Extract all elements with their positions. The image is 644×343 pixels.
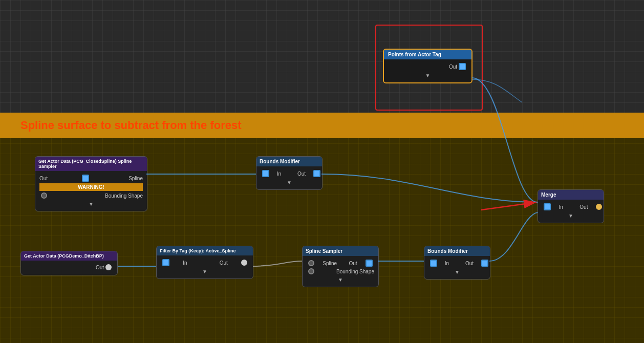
bounds-mod-top-title: Bounds Modifier [260, 159, 300, 164]
top-canvas [0, 0, 644, 113]
get-actor-ditch-header: Get Actor Data (PCGDemo_DitchBP) [21, 251, 117, 261]
merge-body: In Out ▼ [538, 200, 604, 223]
spline-sampler-bounding-row: Bounding Shape [307, 268, 374, 274]
bounds-mod-bot-body: In Out ▼ [424, 256, 490, 279]
bounds-mod-bot-out-label: Out [465, 261, 474, 266]
merge-header: Merge [538, 190, 604, 200]
bounds-mod-bot-title: Bounds Modifier [427, 248, 468, 254]
spline-sampler-bounding-label: Bounding Shape [336, 269, 374, 274]
spline-sampler-out-label: Out [349, 261, 357, 266]
filter-tag-row: In Out [161, 259, 249, 266]
get-actor-ditch-out-label: Out [96, 265, 104, 270]
bounds-mod-top-row: In Out [261, 170, 322, 177]
points-actor-out-pin[interactable] [459, 63, 466, 70]
bounds-mod-bot-in-label: In [445, 261, 449, 266]
get-actor-spline-expand[interactable]: ▼ [39, 200, 143, 208]
spline-sampler-node[interactable]: Spline Sampler Spline Out Bounding Shape… [302, 246, 379, 287]
bounds-mod-bot-header: Bounds Modifier [424, 246, 490, 256]
merge-expand[interactable]: ▼ [542, 212, 599, 220]
filter-tag-header: Filter By Tag (Keep): Active_Spline [157, 246, 253, 255]
section-title-text: Spline surface to subtract from the fore… [20, 119, 242, 132]
bounds-mod-top-out-label: Out [297, 171, 306, 177]
spline-sampler-header: Spline Sampler [303, 246, 378, 256]
get-actor-spline-header: Get Actor Data (PCG_ClosedSpline) Spline… [35, 157, 147, 171]
merge-title: Merge [541, 192, 556, 198]
get-actor-spline-bounding-pin[interactable] [41, 192, 47, 199]
filter-tag-body: In Out ▼ [157, 255, 253, 278]
bounds-mod-top-out-pin[interactable] [313, 170, 320, 177]
get-actor-ditch-title: Get Actor Data (PCGDemo_DitchBP) [24, 253, 104, 259]
bounds-modifier-top-node[interactable]: Bounds Modifier In Out ▼ [256, 156, 323, 190]
spline-sampler-expand[interactable]: ▼ [307, 276, 374, 284]
bottom-canvas [0, 113, 644, 343]
get-actor-spline-body: Out Spline WARNING! Bounding Shape ▼ [35, 171, 147, 211]
spline-sampler-spline-pin[interactable] [308, 260, 314, 266]
get-actor-ditch-body: Out [21, 261, 117, 275]
points-actor-header: Points from Actor Tag [384, 50, 471, 59]
bounds-mod-top-header: Bounds Modifier [256, 157, 322, 166]
filter-tag-in-label: In [183, 260, 187, 266]
get-actor-spline-bounding-row: Bounding Shape [39, 192, 143, 199]
bounds-mod-bot-in-pin[interactable] [430, 260, 437, 267]
filter-tag-title: Filter By Tag (Keep): Active_Spline [160, 248, 236, 253]
points-from-actor-tag-node[interactable]: Points from Actor Tag Out ▼ [383, 49, 473, 83]
points-actor-expand[interactable]: ▼ [388, 72, 467, 79]
get-actor-ditch-out-row: Out [25, 264, 113, 270]
bounds-mod-bot-expand[interactable]: ▼ [428, 268, 486, 276]
filter-by-tag-node[interactable]: Filter By Tag (Keep): Active_Spline In O… [156, 246, 253, 279]
bounds-modifier-bot-node[interactable]: Bounds Modifier In Out ▼ [424, 246, 490, 280]
get-actor-ditch-out-pin[interactable] [105, 264, 112, 270]
get-actor-spline-out-pin[interactable] [82, 175, 89, 182]
bounds-mod-top-in-pin[interactable] [262, 170, 269, 177]
spline-sampler-out-pin[interactable] [366, 260, 373, 267]
filter-tag-out-label: Out [220, 260, 228, 266]
get-actor-spline-out-label: Out [39, 176, 48, 181]
get-actor-spline-bounding-label: Bounding Shape [105, 193, 143, 199]
get-actor-spline-node[interactable]: Get Actor Data (PCG_ClosedSpline) Spline… [35, 156, 147, 211]
points-actor-title: Points from Actor Tag [388, 52, 441, 57]
filter-tag-expand[interactable]: ▼ [161, 268, 249, 275]
bounds-mod-top-in-label: In [277, 171, 281, 177]
bounds-mod-bot-row: In Out [428, 260, 490, 267]
get-actor-spline-title: Get Actor Data (PCG_ClosedSpline) Spline… [38, 159, 144, 169]
points-actor-body: Out ▼ [384, 59, 471, 82]
merge-in-label: In [559, 204, 563, 210]
spline-sampler-title: Spline Sampler [306, 248, 342, 254]
merge-in-pin[interactable] [544, 203, 551, 210]
spline-sampler-spline-row: Spline Out [307, 260, 374, 267]
merge-node[interactable]: Merge In Out ▼ [538, 189, 604, 223]
spline-sampler-body: Spline Out Bounding Shape ▼ [303, 256, 378, 287]
points-actor-out-row: Out [388, 63, 467, 70]
spline-sampler-spline-label: Spline [323, 261, 337, 266]
get-actor-spline-out-row: Out Spline [39, 175, 143, 182]
spline-sampler-bounding-pin[interactable] [308, 268, 314, 274]
get-actor-ditch-node[interactable]: Get Actor Data (PCGDemo_DitchBP) Out [20, 251, 118, 275]
filter-tag-out-pin[interactable] [241, 260, 247, 266]
get-actor-spline-warning: WARNING! [39, 183, 143, 191]
filter-tag-in-pin[interactable] [162, 259, 169, 266]
section-title-banner: Spline surface to subtract from the fore… [0, 113, 644, 138]
bounds-mod-bot-out-pin[interactable] [481, 260, 488, 267]
merge-out-pin[interactable] [596, 204, 602, 210]
bounds-mod-top-body: In Out ▼ [256, 166, 322, 189]
bounds-mod-top-expand[interactable]: ▼ [261, 179, 318, 186]
points-actor-out-label: Out [449, 64, 457, 70]
merge-out-label: Out [579, 204, 588, 210]
merge-row: In Out [542, 203, 604, 210]
get-actor-spline-spline-label: Spline [128, 176, 143, 181]
